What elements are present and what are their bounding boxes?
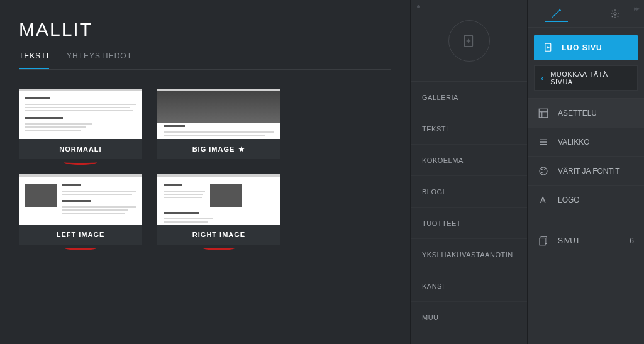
category-list: GALLERIA TEKSTI KOKOELMA BLOGI TUOTTEET … [411, 82, 527, 333]
panel-dot-icon [417, 5, 420, 8]
svg-rect-7 [539, 109, 548, 118]
section-valikko[interactable]: VALIKKO [528, 128, 644, 157]
template-left-image[interactable]: LEFT IMAGE [19, 174, 142, 245]
tab-teksti[interactable]: TEKSTI [19, 52, 49, 69]
template-thumbnail [19, 174, 142, 225]
svg-point-14 [541, 169, 543, 170]
logo-icon [538, 194, 549, 206]
svg-point-3 [614, 13, 616, 15]
menu-icon [538, 136, 549, 148]
main-panel: MALLIT TEKSTI YHTEYSTIEDOT [0, 0, 410, 344]
edit-page-button[interactable]: ‹ MUOKKAA TÄTÄ SIVUA [534, 65, 638, 91]
design-section: ASETTELU VALIKKO VÄRIT JA FONTIT LOGO [528, 98, 644, 214]
category-yksi-hakuvastaanotin[interactable]: YKSI HAKUVASTAANOTIN [411, 239, 527, 270]
expand-icon[interactable]: ▸▸ [634, 4, 639, 13]
category-kansi[interactable]: KANSI [411, 270, 527, 302]
template-caption: BIG IMAGE ★ [157, 139, 280, 159]
gear-icon [610, 9, 620, 19]
category-kokoelma[interactable]: KOKOELMA [411, 145, 527, 176]
category-muu[interactable]: MUU [411, 302, 527, 333]
panel-header [411, 0, 527, 82]
tabs: TEKSTI YHTEYSTIEDOT [19, 52, 391, 70]
tools-icon [552, 8, 562, 18]
category-teksti[interactable]: TEKSTI [411, 113, 527, 145]
template-right-image[interactable]: RIGHT IMAGE [157, 174, 280, 245]
section-sivut[interactable]: SIVUT 6 [528, 226, 644, 255]
template-caption: RIGHT IMAGE [157, 225, 280, 245]
template-thumbnail [19, 89, 142, 139]
svg-point-13 [540, 167, 547, 175]
create-page-button[interactable]: LUO SIVU [534, 35, 638, 60]
section-asettelu[interactable]: ASETTELU [528, 99, 644, 128]
chevron-left-icon: ‹ [541, 73, 544, 83]
add-page-round-button[interactable] [448, 20, 490, 62]
palette-icon [538, 165, 549, 177]
category-panel: GALLERIA TEKSTI KOKOELMA BLOGI TUOTTEET … [410, 0, 527, 344]
add-page-icon [543, 42, 554, 53]
template-thumbnail [157, 89, 280, 139]
template-caption: LEFT IMAGE [19, 225, 142, 245]
category-tuotteet[interactable]: TUOTTEET [411, 208, 527, 239]
template-grid: NORMAALI BIG IMAGE ★ [19, 89, 391, 245]
star-icon: ★ [238, 145, 245, 153]
pages-section: SIVUT 6 [528, 226, 644, 255]
svg-point-15 [544, 169, 545, 170]
page-title: MALLIT [19, 19, 391, 40]
pages-icon [538, 235, 549, 247]
pages-count: 6 [630, 236, 634, 245]
svg-point-16 [541, 172, 543, 173]
template-caption: NORMAALI [19, 139, 142, 159]
svg-rect-18 [540, 238, 545, 245]
add-page-icon [461, 33, 477, 49]
right-panel: ▸▸ LUO SIVU ‹ MUOKKAA TÄTÄ SIVUA ASETTEL… [527, 0, 644, 344]
section-varit-ja-fontit[interactable]: VÄRIT JA FONTIT [528, 157, 644, 186]
category-blogi[interactable]: BLOGI [411, 176, 527, 208]
category-galleria[interactable]: GALLERIA [411, 82, 527, 113]
template-thumbnail [157, 174, 280, 225]
right-panel-tabs [528, 0, 644, 28]
tab-yhteystiedot[interactable]: YHTEYSTIEDOT [67, 52, 132, 69]
tools-tab[interactable] [545, 6, 568, 22]
template-normaali[interactable]: NORMAALI [19, 89, 142, 159]
template-big-image[interactable]: BIG IMAGE ★ [157, 89, 280, 159]
settings-tab[interactable] [604, 6, 626, 21]
section-logo[interactable]: LOGO [528, 186, 644, 214]
layout-icon [538, 108, 549, 119]
